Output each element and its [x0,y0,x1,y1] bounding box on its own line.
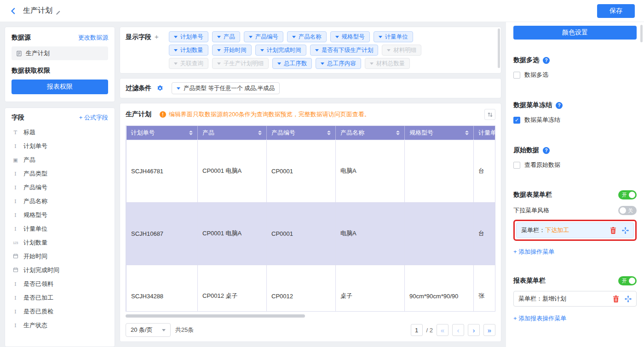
panel-scrollbar[interactable] [640,25,643,42]
report-menubar-item[interactable]: 菜单栏： 新增计划 [513,291,637,307]
field-item-qty[interactable]: 123计划数量 [12,236,108,250]
field-chip[interactable]: 规格型号 [330,31,370,42]
text-field-icon: I [12,295,19,301]
field-item-start-time[interactable]: 开始时间 [12,250,108,263]
pagination: 20 条/页 共25条 1 / 2 « ‹ › » [126,323,495,337]
report-permission-button[interactable]: 报表权限 [12,80,108,94]
next-page-button[interactable]: › [468,324,480,336]
add-report-action-menu-link[interactable]: + 添加报表操作菜单 [513,314,566,323]
table-menubar-toggle[interactable]: 开 [618,190,637,199]
help-icon[interactable]: ? [556,102,563,109]
column-header[interactable]: 规格型号 [405,126,474,140]
field-chip[interactable]: 计划数量 [169,45,208,56]
field-chip[interactable]: 总工序数 [272,58,312,69]
change-datasource-link[interactable]: 更改数据源 [78,34,108,42]
field-chip-disabled[interactable]: 子生产计划明细 [212,58,269,69]
field-chip-label: 总工序内容 [327,60,356,68]
report-menubar-toggle[interactable]: 开 [618,276,637,285]
preview-title: 生产计划 [126,110,151,119]
text-field-icon: I [12,309,19,315]
menubar-item[interactable]: 菜单栏： 下达加工 [516,222,634,238]
sort-icon[interactable] [396,131,400,135]
column-header[interactable]: 产品名称 [336,126,405,140]
field-item-finish-time[interactable]: 计划完成时间 [12,263,108,277]
field-item-product[interactable]: ▣产品 [12,153,108,167]
raw-data-checkbox[interactable] [513,162,520,169]
field-chip[interactable]: 计划完成时间 [255,45,306,56]
field-chip[interactable]: 总工序内容 [316,58,361,69]
access-title: 数据获取权限 [12,67,108,75]
cell: CP0001 电脑A [198,202,267,265]
field-chip[interactable]: 产品编号 [244,31,283,42]
field-chip[interactable]: 计量单位 [374,31,413,42]
field-item-product-name[interactable]: I产品名称 [12,194,108,208]
horizontal-scrollbar[interactable] [126,314,305,318]
table-row[interactable]: SCJH34288 CP0012 桌子 CP0012 桌子 90cm*90cm*… [126,265,496,312]
dropdown-style-label: 下拉菜单风格 [513,206,549,215]
field-chip-disabled[interactable]: 材料总数量 [365,58,410,69]
sort-icon[interactable] [327,131,331,135]
table-row[interactable]: SCJH46781 CP0001 电脑A CP0001 电脑A 台 [126,140,496,202]
prev-page-button[interactable]: ‹ [452,324,464,336]
current-page-box[interactable]: 1 [411,324,423,336]
field-item-title[interactable]: T标题 [12,125,108,139]
color-settings-button[interactable]: 颜色设置 [513,26,637,40]
field-chip-disabled[interactable]: 材料明细 [382,45,421,56]
multi-select-title: 数据多选 [513,56,539,64]
column-header[interactable]: 产品 [198,126,267,140]
field-chip[interactable]: 是否有下级生产计划 [310,45,379,56]
field-item-product-type[interactable]: I产品类型 [12,167,108,181]
first-page-button[interactable]: « [437,324,448,336]
field-chip[interactable]: 产品名称 [287,31,327,42]
cell: SCJH34288 [126,265,198,312]
field-chip-label: 计量单位 [385,33,408,41]
field-chip-disabled[interactable]: 关联查询 [169,58,208,69]
field-chip[interactable]: 产品 [212,31,240,42]
field-item-status[interactable]: I生产状态 [12,319,108,332]
menubar-item-value: 下达加工 [545,226,569,234]
fields-card: 字段 + 公式字段 T标题 I计划单号 ▣产品 I产品类型 I产品编号 I产品名… [5,108,115,347]
field-item-spec[interactable]: I规格型号 [12,208,108,222]
sort-icon[interactable] [258,131,262,135]
field-chip[interactable]: 计划单号 [169,31,208,42]
sort-icon[interactable] [189,131,193,135]
multi-select-checkbox[interactable] [513,72,520,79]
gear-icon[interactable] [157,85,163,91]
middle-scrollbar[interactable] [498,28,500,68]
field-item-product-no[interactable]: I产品编号 [12,181,108,194]
field-item-picked[interactable]: I是否已领料 [12,277,108,291]
last-page-button[interactable]: » [483,324,495,336]
add-formula-field-link[interactable]: + 公式字段 [79,114,108,122]
cell: 张 [474,265,496,312]
menu-freeze-checkbox[interactable]: ✓ [513,117,520,124]
field-item-processed[interactable]: I是否已加工 [12,291,108,305]
sort-icon[interactable] [465,131,469,135]
move-icon[interactable] [625,296,632,302]
column-header[interactable]: 产品编号 [267,126,336,140]
field-item-label: 产品类型 [23,170,47,178]
page-size-select[interactable]: 20 条/页 [126,323,171,337]
edit-title-icon[interactable] [55,9,61,17]
table-row-selected[interactable]: SCJH10687 CP0001 电脑A CP0001 电脑A 台 [126,202,496,265]
sort-order-icon[interactable] [484,109,495,120]
save-button[interactable]: 保存 [597,4,635,18]
column-header[interactable]: 计划单号 [126,126,198,140]
text-field-icon: I [12,226,19,232]
help-icon[interactable]: ? [543,57,550,64]
help-icon[interactable]: ? [543,147,550,154]
dropdown-style-toggle[interactable]: 关 [618,206,637,215]
datasource-item[interactable]: 生产计划 [12,46,108,60]
delete-icon[interactable] [613,296,619,302]
field-item-unit[interactable]: I计量单位 [12,222,108,236]
add-action-menu-link[interactable]: + 添加操作菜单 [513,248,554,256]
add-display-field-button[interactable]: + [155,33,159,40]
filter-condition-chip[interactable]: 产品类型 等于任意一个 成品,半成品 [172,82,280,94]
column-header[interactable]: 计量单位 [474,126,496,140]
delete-icon[interactable] [610,227,616,234]
field-item-inspected[interactable]: I是否已质检 [12,305,108,319]
field-chip[interactable]: 开始时间 [212,45,252,56]
move-icon[interactable] [622,227,629,234]
raw-data-label: 查看原始数据 [524,161,560,169]
back-button[interactable] [9,7,17,15]
field-item-plan-no[interactable]: I计划单号 [12,139,108,153]
